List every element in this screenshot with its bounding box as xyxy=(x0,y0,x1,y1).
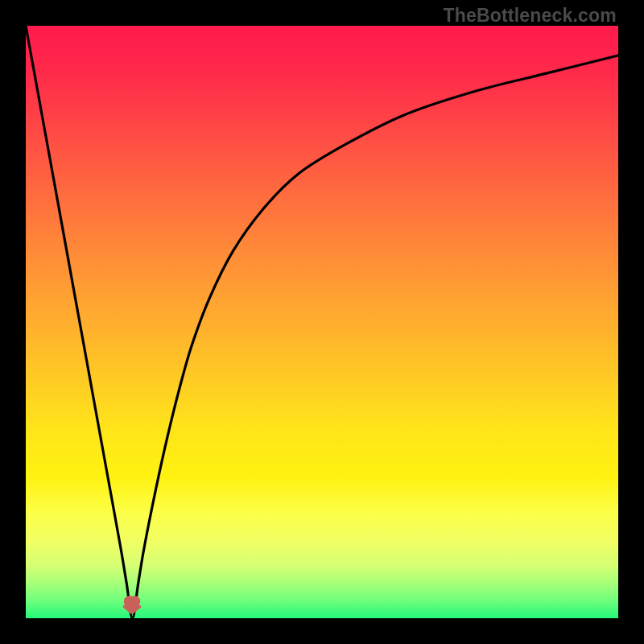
watermark-text: TheBottleneck.com xyxy=(443,5,617,27)
curve-svg xyxy=(26,26,618,618)
plot-area xyxy=(26,26,618,618)
curve-path xyxy=(26,26,618,618)
chart-frame: TheBottleneck.com xyxy=(0,0,644,644)
heart-icon xyxy=(122,597,142,616)
